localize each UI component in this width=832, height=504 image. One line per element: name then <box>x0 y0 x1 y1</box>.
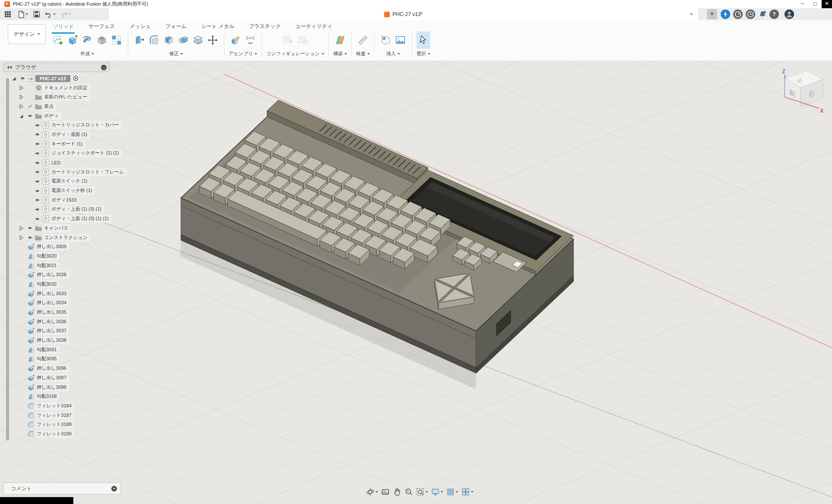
visibility-eye-icon[interactable] <box>25 235 34 240</box>
feature-label[interactable]: フィレット3187 <box>35 412 74 419</box>
visibility-eye-icon[interactable] <box>33 123 41 128</box>
fillet-feature-icon[interactable] <box>27 431 35 438</box>
group-label-検査[interactable]: 検査 <box>356 50 370 57</box>
tree-row[interactable]: 名前の付いたビュー <box>9 92 126 102</box>
tree-row[interactable]: 電源スイッチ枠 (1) <box>9 186 126 195</box>
visibility-eye-icon[interactable] <box>25 225 34 231</box>
fillet-feature-icon[interactable] <box>27 403 35 410</box>
body-icon[interactable] <box>41 159 50 166</box>
visibility-eye-icon[interactable] <box>33 207 41 212</box>
visibility-eye-icon[interactable] <box>33 179 41 184</box>
feature-row[interactable]: 押し出し3033 <box>9 289 126 299</box>
shell-icon[interactable] <box>162 32 176 49</box>
group-label-挿入[interactable]: 挿入 <box>386 50 400 57</box>
folder-icon[interactable] <box>34 113 43 119</box>
visibility-eye-icon[interactable] <box>33 151 41 156</box>
help-icon[interactable]: ? <box>769 9 779 19</box>
expand-arrow-icon[interactable] <box>17 226 25 231</box>
expand-arrow-icon[interactable] <box>17 94 25 100</box>
feature-row[interactable]: 押し出し3034 <box>9 299 126 308</box>
extrude-feature-icon[interactable] <box>27 365 35 372</box>
document-tab-close-icon[interactable]: × <box>687 10 695 18</box>
feature-label[interactable]: 押し出し3028 <box>35 271 69 279</box>
feature-row[interactable]: 勾配3158 <box>9 392 126 401</box>
feature-row[interactable]: 押し出し3009 <box>9 242 126 252</box>
visibility-eye-icon[interactable] <box>33 132 41 137</box>
viewport-canvas[interactable]: ブラウザ – PHC-27 v13ドキュメントの設定名前の付いたビュー原点ボディ… <box>0 60 832 504</box>
visibility-eye-icon[interactable] <box>33 216 41 222</box>
body-icon[interactable] <box>41 169 50 176</box>
combine-icon[interactable] <box>176 32 190 49</box>
clock-icon[interactable] <box>746 9 755 19</box>
tree-item-label[interactable]: ボディ・上面 (1) (3) (1) (1) <box>50 215 111 223</box>
tree-item-label[interactable]: LED <box>50 160 63 166</box>
pattern-icon[interactable] <box>110 32 123 49</box>
presspull-icon[interactable] <box>132 32 146 49</box>
move-icon[interactable] <box>206 32 220 49</box>
tree-row[interactable]: ボディ <box>9 111 126 121</box>
construction-plane-icon[interactable] <box>333 32 347 49</box>
grid-settings-icon[interactable] <box>445 487 459 497</box>
fillet-feature-icon[interactable] <box>27 412 35 419</box>
feature-row[interactable]: 勾配3021 <box>9 261 126 271</box>
tree-item-label[interactable]: キーボード (1) <box>50 140 85 148</box>
feature-label[interactable]: フィレット3189 <box>35 430 74 438</box>
panel-minus-icon[interactable]: – <box>101 65 107 70</box>
feature-label[interactable]: 押し出し3035 <box>35 309 69 316</box>
tree-row[interactable]: PHC-27 v13 <box>9 74 126 83</box>
feature-row[interactable]: 押し出し3037 <box>9 327 126 336</box>
browser-header[interactable]: ブラウザ – <box>3 63 110 72</box>
tree-row[interactable]: ボディ・上面 (1) (3) (1) (1) <box>9 214 126 224</box>
extrude-feature-icon[interactable] <box>27 337 35 344</box>
tree-item-label[interactable]: 原点 <box>43 103 56 110</box>
job-status-icon[interactable] <box>733 9 743 19</box>
insert-derive-icon[interactable] <box>379 32 393 49</box>
activate-component-radio[interactable] <box>72 75 79 82</box>
feature-row[interactable]: 勾配3020 <box>9 252 126 261</box>
group-label-構築[interactable]: 構築 <box>333 50 347 57</box>
feature-label[interactable]: フィレット3184 <box>35 402 74 410</box>
feature-label[interactable]: 押し出し3097 <box>35 374 69 382</box>
feature-row[interactable]: 押し出し3098 <box>9 383 126 392</box>
feature-label[interactable]: フィレット3188 <box>35 421 74 428</box>
extrude-feature-icon[interactable] <box>27 328 35 334</box>
tree-item-label[interactable]: PHC-27 v13 <box>35 75 70 82</box>
tree-row[interactable]: ジョイスティックポート (1) (1) <box>9 149 126 158</box>
redo-icon[interactable] <box>60 9 71 19</box>
draft-feature-icon[interactable] <box>27 281 35 288</box>
body-icon[interactable] <box>41 197 50 204</box>
extrude-feature-icon[interactable] <box>27 318 35 325</box>
folder-icon[interactable] <box>34 104 43 110</box>
feature-label[interactable]: 押し出し3033 <box>35 290 69 298</box>
offset-icon[interactable] <box>191 32 205 49</box>
tree-item-label[interactable]: ボディ1533 <box>50 196 79 204</box>
extrude-feature-icon[interactable] <box>27 384 35 391</box>
tree-item-label[interactable]: カートリッジスロット・カバー <box>50 121 122 129</box>
config-table-icon[interactable] <box>281 32 295 49</box>
body-icon[interactable] <box>41 215 50 222</box>
comment-bar[interactable]: コメント + <box>3 482 121 495</box>
visibility-eye-icon[interactable] <box>25 113 34 119</box>
extrude-feature-icon[interactable] <box>27 290 35 297</box>
feature-row[interactable]: 押し出し3035 <box>9 308 126 317</box>
fit-icon[interactable] <box>415 487 429 497</box>
tree-row[interactable]: ボディ1533 <box>9 195 126 205</box>
extensions-icon[interactable] <box>721 9 730 19</box>
hole-icon[interactable] <box>95 32 109 49</box>
notifications-icon[interactable] <box>758 10 767 19</box>
expand-arrow-icon[interactable] <box>17 113 25 119</box>
select-icon[interactable] <box>416 32 430 49</box>
display-settings-icon[interactable] <box>430 487 444 497</box>
feature-row[interactable]: フィレット3189 <box>9 429 126 439</box>
group-label-コンフィギュレーション[interactable]: コンフィギュレーション <box>266 50 324 57</box>
sketch-icon[interactable] <box>51 32 65 49</box>
feature-label[interactable]: 押し出し3096 <box>35 365 69 372</box>
folder-icon[interactable] <box>34 94 43 100</box>
joint-icon[interactable] <box>243 32 257 49</box>
feature-row[interactable]: フィレット3187 <box>9 411 126 420</box>
tree-item-label[interactable]: ボディ・底面 (1) <box>50 131 90 139</box>
view-cube[interactable]: Z 上 前 右 X <box>771 64 832 117</box>
feature-label[interactable]: 勾配3020 <box>35 252 59 260</box>
visibility-eye-icon[interactable] <box>33 169 41 175</box>
document-tab[interactable]: PHC-27 v13* × <box>108 8 699 20</box>
